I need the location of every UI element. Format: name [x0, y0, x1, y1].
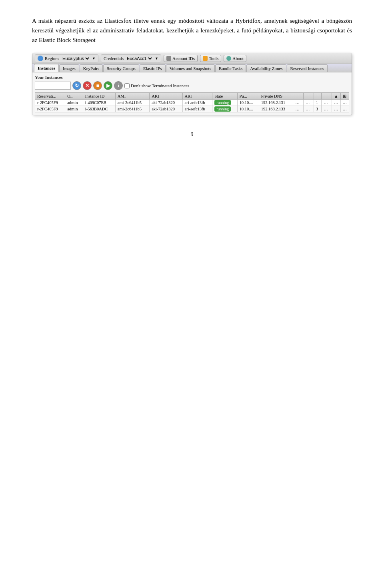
cell-private-dns-1: 192.168.2.131: [259, 100, 293, 106]
refresh-button[interactable]: ↻: [72, 81, 81, 90]
start-button[interactable]: ▶: [104, 81, 112, 90]
cell-ari-1: ari-aefc13fb: [182, 100, 212, 106]
col-extra2: [303, 93, 314, 100]
page-number: 9: [32, 131, 352, 138]
cell-public-ip-2: 10.10....: [237, 106, 259, 112]
cell-ari-2: ari-aefc13fb: [182, 106, 212, 112]
terminated-checkbox-label[interactable]: Don't show Terminated Instances: [124, 83, 189, 88]
col-private-dns[interactable]: Private DNS: [259, 93, 293, 100]
state-badge-1: running: [214, 100, 231, 105]
about-button[interactable]: About: [224, 55, 246, 62]
cell-private-dns-2: 192.168.2.133: [259, 106, 293, 112]
content-area: Your Instances ↻ ✕ ■ ▶ i Don't show Term…: [32, 72, 352, 115]
regions-section[interactable]: Regions Eucalyptus ▼: [35, 54, 98, 62]
instances-table: Reservati... O... Instance ID AMI AKI AR…: [35, 92, 349, 112]
cell-reservation-1: r-2FC405F9: [35, 100, 65, 106]
credentials-select[interactable]: EucaAcc1: [125, 56, 153, 61]
col-instance-id[interactable]: Instance ID: [83, 93, 115, 100]
table-row[interactable]: r-2FC405F9 admin i-563B0ADC ami-2c6411b5…: [35, 106, 349, 112]
section-title: Your Instances: [35, 75, 349, 80]
tab-images[interactable]: Images: [59, 64, 79, 72]
col-reservation[interactable]: Reservati...: [35, 93, 65, 100]
cell-col12-1: 1: [314, 100, 321, 106]
cell-state-2: running: [212, 106, 237, 112]
col-owner[interactable]: O...: [65, 93, 83, 100]
tab-bundle-tasks[interactable]: Bundle Tasks: [215, 64, 246, 72]
col-extra1: [293, 93, 304, 100]
terminate-button[interactable]: ✕: [83, 81, 92, 90]
stop-button[interactable]: ■: [93, 81, 102, 90]
cell-col10-1: …: [293, 100, 304, 106]
tab-keypairs[interactable]: KeyPairs: [80, 64, 103, 72]
col-state[interactable]: State: [212, 93, 237, 100]
table-header-row: Reservati... O... Instance ID AMI AKI AR…: [35, 93, 349, 100]
tab-instances[interactable]: Instances: [34, 64, 59, 72]
main-paragraph: A másik népszerű eszköz az Elasticsfox i…: [32, 16, 352, 45]
cell-col11-1: …: [303, 100, 314, 106]
col-extra3: [314, 93, 321, 100]
table-row[interactable]: r-2FC405F9 admin i-409C07EB ami-2c6411b5…: [35, 100, 349, 106]
col-public-ip[interactable]: Pu...: [237, 93, 259, 100]
cell-instance-id-2: i-563B0ADC: [83, 106, 115, 112]
cell-owner-1: admin: [65, 100, 83, 106]
regions-dropdown-icon: ▼: [92, 56, 96, 60]
cell-aki-2: aki-72ab1320: [150, 106, 182, 112]
about-label: About: [232, 56, 244, 61]
account-ids-button[interactable]: Account IDs: [164, 55, 198, 62]
cell-col14-1: …: [332, 100, 341, 106]
about-icon: [226, 56, 231, 61]
col-ami[interactable]: AMI: [115, 93, 149, 100]
search-input[interactable]: [35, 82, 71, 90]
tabs-bar: Instances Images KeyPairs Security Group…: [32, 64, 352, 72]
toolbar: ↻ ✕ ■ ▶ i Don't show Terminated Instance…: [35, 81, 349, 90]
info-button[interactable]: i: [114, 81, 123, 90]
regions-icon: [38, 56, 43, 61]
title-bar: Regions Eucalyptus ▼ Credentials EucaAcc…: [32, 53, 352, 64]
tab-reserved-instances[interactable]: Reserved Instances: [287, 64, 328, 72]
cell-col13-1: …: [322, 100, 332, 106]
credentials-label: Credentials: [104, 56, 124, 61]
credentials-section[interactable]: Credentials EucaAcc1 ▼: [101, 54, 161, 62]
cell-col10-2: …: [293, 106, 304, 112]
cell-col15-2: …: [340, 106, 349, 112]
col-extra5: ▲: [332, 93, 341, 100]
col-aki[interactable]: AKI: [150, 93, 182, 100]
terminated-checkbox[interactable]: [124, 83, 130, 88]
col-extra4: [322, 93, 332, 100]
col-extra6: ⊞: [340, 93, 349, 100]
cell-col12-2: 3: [314, 106, 321, 112]
cell-col14-2: …: [332, 106, 341, 112]
cell-reservation-2: r-2FC405F9: [35, 106, 65, 112]
cell-col15-1: …: [340, 100, 349, 106]
terminated-label: Don't show Terminated Instances: [131, 83, 189, 88]
account-icon: [166, 56, 171, 61]
cell-owner-2: admin: [65, 106, 83, 112]
state-badge-2: running: [214, 106, 231, 112]
cell-ami-2: ami-2c6411b5: [115, 106, 149, 112]
cell-instance-id-1: i-409C07EB: [83, 100, 115, 106]
account-label: Account IDs: [172, 56, 195, 61]
cell-state-1: running: [212, 100, 237, 106]
credentials-dropdown-icon: ▼: [155, 56, 158, 60]
cell-public-ip-1: 10.10....: [237, 100, 259, 106]
cell-ami-1: ami-2c6411b5: [115, 100, 149, 106]
col-ari[interactable]: ARI: [182, 93, 212, 100]
tab-availability-zones[interactable]: Availability Zones: [246, 64, 286, 72]
regions-label: Regions: [45, 56, 59, 61]
cell-col11-2: …: [303, 106, 314, 112]
cell-col13-2: …: [322, 106, 332, 112]
tab-security-groups[interactable]: Security Groups: [103, 64, 139, 72]
regions-select[interactable]: Eucalyptus: [61, 56, 90, 61]
tab-volumes-snapshots[interactable]: Volumes and Snapshots: [166, 64, 215, 72]
cell-aki-1: aki-72ab1320: [150, 100, 182, 106]
app-window: Regions Eucalyptus ▼ Credentials EucaAcc…: [32, 53, 352, 115]
tools-icon: [203, 56, 208, 61]
tools-label: Tools: [209, 56, 218, 61]
tools-button[interactable]: Tools: [200, 55, 221, 62]
tab-elastic-ips[interactable]: Elastic IPs: [140, 64, 166, 72]
